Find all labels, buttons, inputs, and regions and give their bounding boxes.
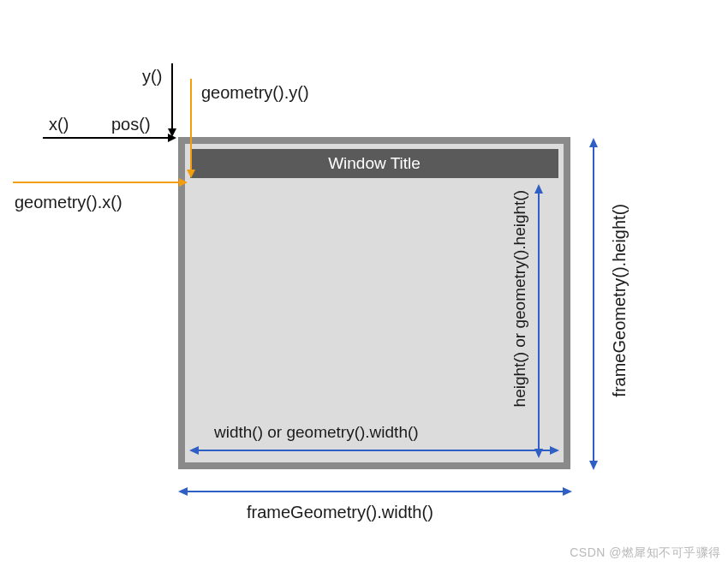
- watermark-text: CSDN @燃犀知不可乎骤得: [570, 545, 721, 561]
- dim-width-head-right: [550, 446, 559, 455]
- arrow-x-line: [43, 137, 170, 139]
- dim-frame-width-line: [185, 491, 565, 492]
- arrow-geometry-x-line: [13, 182, 181, 183]
- label-frame-width: frameGeometry().width(): [247, 503, 433, 522]
- dim-width-head-left: [189, 446, 199, 455]
- dim-height-line: [538, 192, 540, 450]
- dim-height-head-top: [534, 184, 543, 194]
- label-pos: pos(): [111, 115, 151, 134]
- window-title-text: Window Title: [328, 154, 421, 173]
- label-y: y(): [142, 67, 162, 86]
- label-height: height() or geometry().height(): [510, 190, 529, 407]
- label-geometry-y: geometry().y(): [201, 83, 309, 103]
- arrow-geometry-x-head: [179, 178, 188, 187]
- arrow-y-line: [171, 63, 173, 130]
- dim-frame-height-head-bottom: [589, 461, 598, 470]
- label-frame-height: frameGeometry().height(): [610, 204, 630, 397]
- dim-frame-height-line: [593, 146, 594, 462]
- dim-height-head-bottom: [534, 449, 543, 458]
- dim-frame-height-head-top: [589, 138, 598, 147]
- arrow-geometry-y-line: [190, 79, 192, 171]
- arrow-geometry-y-head: [187, 170, 195, 178]
- window-client-area: [190, 183, 558, 457]
- diagram-canvas: Window Title y() x() pos() geometry().y(…: [0, 0, 728, 566]
- label-geometry-x: geometry().x(): [15, 193, 122, 212]
- window-titlebar: Window Title: [190, 149, 558, 178]
- dim-frame-width-head-left: [178, 487, 188, 496]
- arrow-x-head: [168, 134, 176, 142]
- label-width: width() or geometry().width(): [214, 423, 419, 442]
- dim-width-line: [195, 450, 553, 451]
- label-x: x(): [49, 115, 69, 134]
- dim-frame-width-head-right: [563, 487, 572, 496]
